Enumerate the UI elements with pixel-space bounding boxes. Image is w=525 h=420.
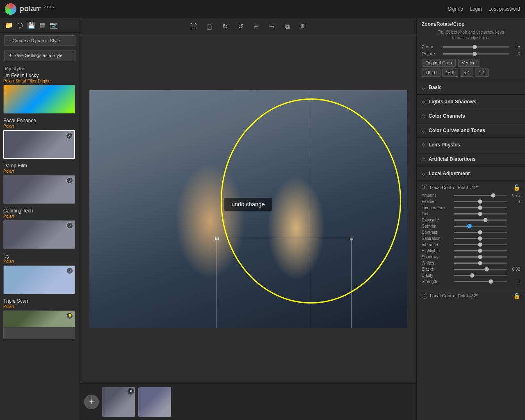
left-sidebar: 📁 ⬡ 💾 ▦ 📷 + Create a Dynamic Style ✦ Sav… bbox=[0, 18, 80, 420]
filmstrip-thumb[interactable]: ✕ bbox=[102, 387, 135, 417]
logo-icon bbox=[5, 3, 16, 15]
create-style-label: + Create a Dynamic Style bbox=[9, 38, 60, 43]
login-link[interactable]: Login bbox=[470, 6, 482, 12]
save-settings-style-button[interactable]: ✦ Save Settings as a Style bbox=[4, 50, 75, 61]
exposure-knob[interactable] bbox=[483, 218, 488, 222]
color-curves-section: ◇ Color Curves and Tones bbox=[417, 123, 525, 138]
style-item-feelin-lucky[interactable]: I'm Feelin Lucky Polarr Smart Filter Eng… bbox=[3, 73, 76, 114]
logo-text: polarr bbox=[20, 5, 41, 13]
style-item-triple-scan[interactable]: Triple Scan Polarr 💡 bbox=[3, 298, 76, 339]
local-cp2-help-icon[interactable]: ? bbox=[422, 293, 427, 299]
exposure-slider[interactable] bbox=[454, 219, 507, 221]
redo-rotate-icon[interactable]: ↺ bbox=[235, 23, 245, 30]
style-check-icon: ✓ bbox=[66, 132, 73, 139]
lock-closed-icon[interactable]: 🔒 bbox=[513, 292, 520, 299]
color-channels-header[interactable]: ◇ Color Channels bbox=[417, 109, 525, 123]
gamma-knob[interactable] bbox=[467, 224, 472, 228]
rotate-knob[interactable] bbox=[472, 52, 477, 56]
style-brand: Polarr bbox=[3, 214, 76, 219]
image-icon[interactable]: 📷 bbox=[50, 21, 58, 29]
gamma-slider-row: Gamma bbox=[422, 224, 520, 228]
flip-horizontal-icon[interactable]: ↩ bbox=[251, 23, 261, 30]
temperature-knob[interactable] bbox=[478, 205, 482, 210]
open-folder-icon[interactable]: 📁 bbox=[5, 21, 13, 29]
rotate-value: 0 bbox=[512, 52, 520, 56]
strength-slider[interactable] bbox=[454, 281, 507, 282]
save-icon[interactable]: 💾 bbox=[27, 21, 35, 29]
blacks-label: Blacks bbox=[422, 267, 452, 272]
feather-slider[interactable] bbox=[454, 201, 507, 202]
ratio-16-10-button[interactable]: 16:10 bbox=[422, 68, 441, 77]
dropbox-icon[interactable]: ⬡ bbox=[17, 21, 23, 29]
style-item-calming-tech[interactable]: Calming Tech Polarr ○ bbox=[3, 208, 76, 249]
style-thumbnail: ○ bbox=[3, 265, 75, 294]
blacks-slider[interactable] bbox=[454, 269, 507, 270]
tint-slider[interactable] bbox=[454, 213, 507, 215]
local-cp1-label: Local Control Point #*1* bbox=[430, 185, 478, 190]
local-adjustment-bullet: ◇ bbox=[422, 171, 425, 176]
whites-knob[interactable] bbox=[478, 261, 482, 265]
style-brand: Polarr bbox=[3, 169, 76, 173]
saturation-slider[interactable] bbox=[454, 238, 507, 239]
contrast-slider[interactable] bbox=[454, 232, 507, 233]
strength-knob[interactable] bbox=[488, 279, 493, 284]
style-name: I'm Feelin Lucky bbox=[3, 73, 76, 78]
local-adjustment-header[interactable]: ◇ Local Adjustment bbox=[417, 167, 525, 180]
ratio-16-9-button[interactable]: 16:9 bbox=[442, 68, 458, 77]
create-dynamic-style-button[interactable]: + Create a Dynamic Style bbox=[4, 35, 75, 46]
ratio-5-4-button[interactable]: 5:4 bbox=[460, 68, 473, 77]
style-item-icy[interactable]: Icy Polarr ○ bbox=[3, 253, 76, 294]
amount-value: 0.75 bbox=[509, 193, 520, 198]
aspect-ratio-icon[interactable]: ▢ bbox=[204, 23, 214, 30]
saturation-knob[interactable] bbox=[478, 236, 482, 241]
vibrance-knob[interactable] bbox=[478, 242, 482, 247]
filmstrip-delete-icon[interactable]: ✕ bbox=[128, 388, 134, 395]
highlights-knob[interactable] bbox=[478, 249, 482, 253]
shadows-knob[interactable] bbox=[478, 255, 482, 259]
original-crop-button[interactable]: Original Crop bbox=[422, 59, 456, 67]
filmstrip-thumb[interactable] bbox=[138, 387, 171, 417]
local-cp1-help-icon[interactable]: ? bbox=[422, 185, 427, 190]
artificial-distortions-header[interactable]: ◇ Artificial Distortions bbox=[417, 152, 525, 166]
my-styles-heading: My styles bbox=[0, 63, 80, 73]
blacks-value: 0.32 bbox=[509, 267, 520, 272]
tint-slider-row: Tint bbox=[422, 212, 520, 216]
lens-physics-header[interactable]: ◇ Lens Physics bbox=[417, 138, 525, 152]
gamma-slider[interactable] bbox=[454, 226, 507, 227]
ratio-1-1-button[interactable]: 1:1 bbox=[475, 68, 488, 77]
exposure-slider-row: Exposure bbox=[422, 218, 520, 222]
blacks-knob[interactable] bbox=[484, 267, 489, 272]
fullscreen-icon[interactable]: ⛶ bbox=[189, 23, 199, 30]
color-curves-header[interactable]: ◇ Color Curves and Tones bbox=[417, 123, 525, 137]
signup-link[interactable]: Signup bbox=[448, 6, 463, 12]
amount-knob[interactable] bbox=[491, 193, 495, 198]
feather-knob[interactable] bbox=[478, 199, 482, 204]
rotate-slider[interactable] bbox=[443, 53, 509, 55]
tint-knob[interactable] bbox=[478, 212, 482, 216]
flip-vertical-icon[interactable]: ↪ bbox=[267, 23, 276, 30]
shadows-slider[interactable] bbox=[454, 256, 507, 258]
whites-slider[interactable] bbox=[454, 262, 507, 264]
highlights-slider[interactable] bbox=[454, 250, 507, 251]
vertical-crop-button[interactable]: Vertical bbox=[458, 59, 480, 67]
canvas-area[interactable]: undo change bbox=[80, 35, 416, 383]
temperature-slider[interactable] bbox=[454, 207, 507, 208]
undo-rotate-icon[interactable]: ↻ bbox=[220, 23, 230, 30]
zoom-slider[interactable] bbox=[443, 46, 509, 48]
lights-shadows-header[interactable]: ◇ Lights and Shadows bbox=[417, 95, 525, 109]
eye-icon[interactable]: 👁 bbox=[298, 23, 308, 30]
basic-section-header[interactable]: ◇ Basic bbox=[417, 80, 525, 94]
zoom-knob[interactable] bbox=[472, 45, 477, 49]
clarity-knob[interactable] bbox=[470, 273, 475, 278]
style-item-damp-film[interactable]: Damp Film Polarr ○ bbox=[3, 163, 76, 204]
contrast-knob[interactable] bbox=[478, 230, 482, 235]
vibrance-slider[interactable] bbox=[454, 244, 507, 245]
lock-open-icon[interactable]: 🔓 bbox=[513, 184, 520, 191]
duplicate-icon[interactable]: ⧉ bbox=[282, 23, 292, 30]
clarity-slider[interactable] bbox=[454, 275, 507, 276]
lost-password-link[interactable]: Lost password bbox=[488, 6, 520, 12]
amount-slider[interactable] bbox=[454, 195, 507, 196]
facebook-icon[interactable]: ▦ bbox=[39, 21, 46, 29]
style-item-focal-enhance[interactable]: Focal Enhance Polarr ✓ bbox=[3, 118, 76, 159]
add-photo-button[interactable]: + bbox=[84, 395, 99, 409]
